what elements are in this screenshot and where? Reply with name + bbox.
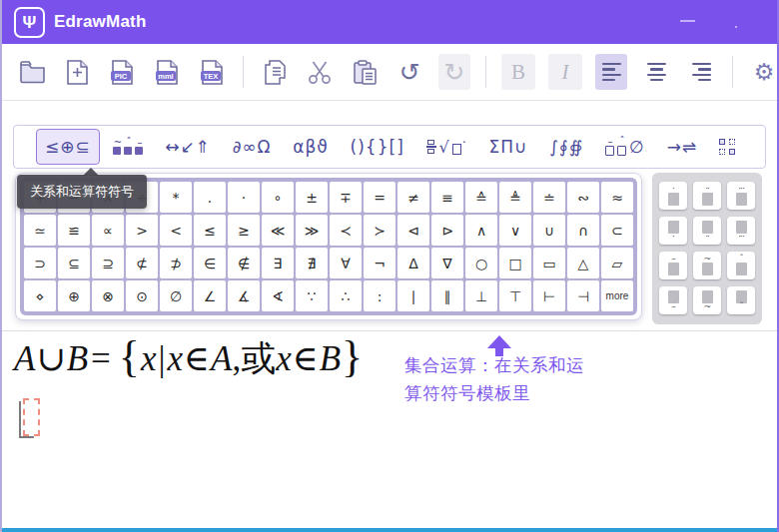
symbol-cell[interactable]: ∃	[262, 248, 294, 278]
symbol-cell[interactable]: ∪	[533, 215, 565, 246]
export-latex-button[interactable]: TEX	[196, 54, 228, 90]
accent-template-cell[interactable]: ··	[693, 182, 721, 210]
symbol-cell[interactable]: ∉	[228, 248, 260, 278]
symbol-cell[interactable]: ⊤	[499, 280, 531, 311]
settings-button[interactable]: ⚙	[748, 54, 779, 90]
symbol-cell[interactable]: ∥	[431, 280, 463, 311]
category-relations-operators[interactable]: ≤⊕⊆	[36, 129, 100, 165]
accent-template-cell[interactable]: –	[659, 286, 687, 314]
align-center-button[interactable]	[640, 54, 672, 90]
symbol-cell[interactable]: .	[194, 182, 226, 213]
align-left-button[interactable]	[595, 54, 627, 90]
symbol-cell[interactable]: ≠	[397, 182, 429, 213]
symbol-cell[interactable]: ∀	[330, 248, 362, 278]
minimize-button[interactable]	[680, 20, 695, 22]
cut-button[interactable]	[304, 54, 336, 90]
symbol-cell[interactable]: ▭	[533, 248, 565, 278]
symbol-cell[interactable]: ○	[465, 248, 497, 278]
symbol-cell[interactable]: ≙	[465, 182, 497, 213]
symbol-cell[interactable]: ≈	[601, 182, 633, 213]
symbol-cell[interactable]: ∩	[567, 215, 599, 246]
symbol-cell[interactable]: <	[160, 215, 192, 246]
italic-button[interactable]: I	[548, 54, 582, 90]
symbol-cell[interactable]: ≺	[330, 215, 362, 246]
symbol-cell[interactable]: ∓	[330, 182, 362, 213]
symbol-cell[interactable]: ⊳	[431, 215, 463, 246]
symbol-cell[interactable]: *	[160, 182, 192, 213]
symbol-cell[interactable]: ⊇	[92, 248, 124, 278]
symbol-cell[interactable]: ≪	[262, 215, 294, 246]
symbol-cell[interactable]: ≜	[499, 182, 531, 213]
symbol-cell[interactable]: ⊙	[126, 280, 158, 311]
category-brackets[interactable]: (){}[]	[343, 130, 412, 164]
accent-template-cell[interactable]: ~	[693, 286, 721, 314]
symbol-cell[interactable]: ¬	[364, 248, 395, 278]
symbol-cell[interactable]: ⊄	[126, 248, 158, 278]
symbol-cell[interactable]: ≡	[431, 182, 463, 213]
accent-template-cell[interactable]: ·	[659, 217, 687, 245]
category-arrow-templates[interactable]: →⇌	[659, 130, 706, 164]
open-file-button[interactable]	[16, 54, 48, 90]
symbol-cell[interactable]: ∨	[499, 215, 531, 246]
symbol-cell[interactable]: ⊅	[160, 248, 192, 278]
symbol-more-button[interactable]: more	[601, 280, 633, 311]
symbol-cell[interactable]: ≐	[533, 182, 565, 213]
accent-template-cell[interactable]: ···	[727, 182, 755, 210]
category-fraction-root-templates[interactable]: √·	[418, 130, 475, 164]
symbol-cell[interactable]: ∵	[296, 280, 328, 311]
symbol-cell[interactable]: ⊥	[465, 280, 497, 311]
accent-template-cell[interactable]: ˆ	[727, 286, 755, 314]
category-integrals[interactable]: ∫∮∯	[541, 130, 591, 164]
symbol-cell[interactable]: Δ	[397, 248, 429, 278]
symbol-cell[interactable]: ∴	[330, 280, 362, 311]
symbol-cell[interactable]: □	[499, 248, 531, 278]
symbol-cell[interactable]: ⊣	[567, 280, 599, 311]
symbol-cell[interactable]: ≤	[194, 215, 226, 246]
symbol-cell[interactable]: ∧	[465, 215, 497, 246]
category-matrix-templates[interactable]	[711, 130, 743, 164]
category-arrows[interactable]: ↔↙⇑	[157, 130, 219, 164]
category-accents[interactable]: ~ˆ–	[105, 130, 151, 164]
paste-button[interactable]	[349, 54, 381, 90]
symbol-cell[interactable]: △	[567, 248, 599, 278]
category-greek-letters[interactable]: αβϑ	[285, 130, 337, 164]
accent-template-cell[interactable]: ···	[727, 217, 755, 245]
new-file-button[interactable]	[61, 54, 93, 90]
bold-button[interactable]: B	[501, 54, 535, 90]
symbol-cell[interactable]: ⊢	[533, 280, 565, 311]
symbol-cell[interactable]: ≃	[24, 215, 56, 246]
accent-template-cell[interactable]: ··	[693, 217, 721, 245]
symbol-cell[interactable]: ∡	[228, 280, 260, 311]
symbol-cell[interactable]: ≻	[364, 215, 395, 246]
symbol-cell[interactable]: ∝	[92, 215, 124, 246]
symbol-cell[interactable]: ≥	[228, 215, 260, 246]
symbol-cell[interactable]: ⊂	[601, 215, 633, 246]
symbol-cell[interactable]: ∘	[262, 182, 294, 213]
symbol-cell[interactable]: ▱	[601, 248, 633, 278]
category-misc-symbols[interactable]: ∂∞Ω	[225, 130, 280, 164]
symbol-cell[interactable]: ≫	[296, 215, 328, 246]
category-big-operators[interactable]: ΣΠ∪	[481, 130, 536, 164]
redo-button[interactable]: ↻	[438, 54, 470, 90]
symbol-cell[interactable]: ∇	[431, 248, 463, 278]
symbol-cell[interactable]: ∈	[194, 248, 226, 278]
symbol-cell[interactable]: ∄	[296, 248, 328, 278]
symbol-cell[interactable]: ⊕	[58, 280, 90, 311]
accent-template-cell[interactable]: ~	[693, 252, 721, 279]
accent-template-cell[interactable]: ·	[659, 182, 687, 210]
symbol-cell[interactable]: ⊆	[58, 248, 90, 278]
symbol-cell[interactable]: ∣	[397, 280, 429, 311]
symbol-cell[interactable]: ±	[296, 182, 328, 213]
export-mathml-button[interactable]: mml	[151, 54, 183, 90]
symbol-cell[interactable]: ≌	[58, 215, 90, 246]
symbol-cell[interactable]: ⋄	[24, 280, 56, 311]
accent-template-cell[interactable]: –	[659, 252, 687, 279]
symbol-cell[interactable]: ∠	[194, 280, 226, 311]
align-right-button[interactable]	[685, 54, 717, 90]
category-bar-hat-templates[interactable]: –ˆ∅	[597, 130, 653, 164]
symbol-cell[interactable]: =	[364, 182, 395, 213]
symbol-cell[interactable]: :	[364, 280, 395, 311]
symbol-cell[interactable]: ∾	[567, 182, 599, 213]
empty-slot-placeholder[interactable]	[23, 398, 40, 436]
symbol-cell[interactable]: ∢	[262, 280, 294, 311]
